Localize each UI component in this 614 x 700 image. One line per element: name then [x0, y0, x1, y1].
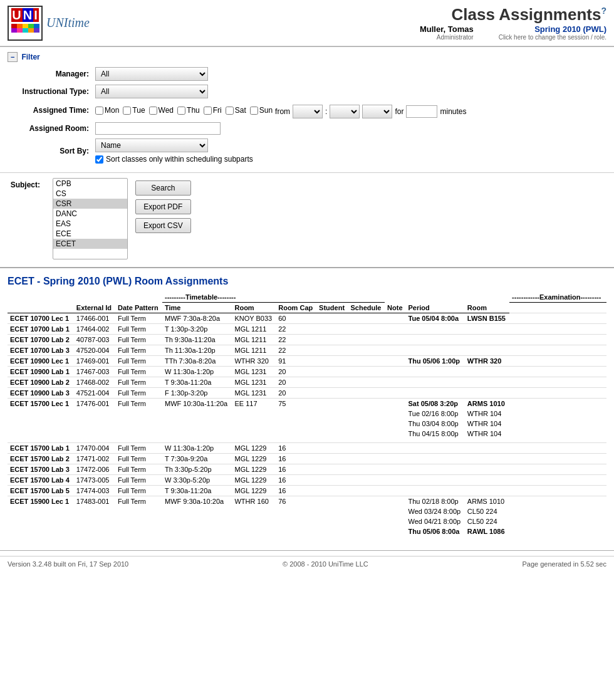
sort-by-select[interactable]: Name — [95, 138, 208, 152]
cell-note — [385, 313, 405, 324]
subject-danc[interactable]: DANC — [53, 209, 127, 219]
wed-checkbox[interactable] — [149, 107, 157, 115]
cell-schedule — [348, 453, 385, 464]
cell-cap: 20 — [276, 388, 316, 399]
session-label[interactable]: Spring 2010 (PWL) — [499, 24, 606, 34]
subject-cs[interactable]: CS — [53, 189, 127, 199]
subject-csr[interactable]: CSR — [53, 199, 127, 209]
col-schedule: Schedule — [348, 303, 385, 313]
cell-exam-room — [465, 377, 509, 388]
cell-ext-id: 17464-002 — [74, 324, 115, 335]
table-row: ECET 10900 Lab 1 17467-003 Full Term W 1… — [8, 367, 606, 377]
cell-schedule — [348, 474, 385, 485]
page-header: UNI UNItime Class Assignments? Muller, — [0, 0, 614, 46]
cell-schedule — [348, 464, 385, 474]
cell-period — [406, 335, 465, 345]
col-exam-room: Room — [465, 303, 509, 313]
subject-eas[interactable]: EAS — [53, 219, 127, 229]
cell-room: EE 117 — [232, 399, 276, 409]
tue-checkbox[interactable] — [123, 107, 131, 115]
empty-header — [8, 292, 162, 303]
cell-exam-room — [465, 388, 509, 399]
days-checkboxes: Mon Tue Wed Thu Fri Sat Sun — [95, 106, 273, 115]
cell-note — [385, 335, 405, 345]
logo-time-text: UNItime — [46, 16, 90, 30]
cell-period — [406, 377, 465, 388]
hour-select[interactable] — [293, 105, 323, 118]
cell-room: MGL 1231 — [232, 388, 276, 399]
filter-collapse-btn[interactable]: − — [8, 52, 18, 62]
cell-time: Th 9:30a-11:20a — [162, 335, 232, 345]
cell-note — [385, 377, 405, 388]
footer-generated: Page generated in 5.52 sec — [522, 560, 606, 568]
fri-checkbox[interactable] — [204, 107, 212, 115]
cell-class: ECET 10700 Lec 1 — [8, 313, 74, 324]
cell-period: Sat 05/08 3:20p — [406, 399, 465, 409]
minute-select[interactable] — [330, 105, 360, 118]
column-header-row: External Id Date Pattern Time Room Room … — [8, 303, 606, 313]
filter-toggle[interactable]: − Filter — [8, 52, 606, 62]
fri-label: Fri — [204, 106, 222, 115]
assigned-room-input[interactable] — [95, 122, 221, 135]
export-csv-button[interactable]: Export CSV — [135, 218, 191, 233]
export-pdf-button[interactable]: Export PDF — [135, 199, 191, 214]
sort-subparts-checkbox[interactable] — [95, 155, 103, 164]
cell-exam-room — [465, 367, 509, 377]
cell-note — [385, 356, 405, 367]
session-hint: Click here to change the session / role. — [499, 34, 606, 41]
table-row: ECET 10900 Lec 1 17469-001 Full Term TTh… — [8, 356, 606, 367]
cell-class: ECET 10900 Lab 3 — [8, 388, 74, 399]
instructional-type-row: Instructional Type: All — [8, 85, 606, 98]
search-area: Subject: CPB CS CSR DANC EAS ECE ECET Se… — [0, 173, 614, 264]
logo-i: I — [33, 8, 39, 22]
search-button[interactable]: Search — [135, 180, 191, 196]
manager-select[interactable]: All — [95, 67, 208, 81]
cell-student — [316, 464, 348, 474]
subject-ecet[interactable]: ECET — [53, 239, 127, 249]
cell-ext-id: 17470-004 — [74, 442, 115, 453]
sun-checkbox[interactable] — [250, 107, 258, 115]
cell-time: MWF 9:30a-10:20a — [162, 496, 232, 506]
cell-date: Full Term — [115, 453, 162, 464]
cell-student — [316, 313, 348, 324]
manager-label: Manager: — [8, 70, 95, 78]
results-tbody: ECET 10700 Lec 1 17466-001 Full Term MWF… — [8, 313, 606, 540]
col-note: Note — [385, 303, 405, 313]
sat-label: Sat — [226, 106, 246, 115]
logo-grid — [11, 24, 39, 33]
results-table: ---------Timetable-------- ------------E… — [8, 292, 606, 540]
thu-checkbox[interactable] — [177, 107, 185, 115]
col-ext-id: External Id — [74, 303, 115, 313]
subject-cpb[interactable]: CPB — [53, 179, 127, 189]
cell-student — [316, 335, 348, 345]
cell-note — [385, 453, 405, 464]
logo-tile-9 — [28, 28, 34, 33]
logo-area: UNI UNItime — [8, 6, 90, 41]
cell-date: Full Term — [115, 335, 162, 345]
subject-select[interactable]: CPB CS CSR DANC EAS ECE ECET — [53, 178, 128, 259]
cell-exam-room — [465, 442, 509, 453]
cell-cap: 20 — [276, 377, 316, 388]
cell-note — [385, 367, 405, 377]
cell-period: Thu 05/06 1:00p — [406, 356, 465, 367]
ampm-select[interactable] — [362, 105, 392, 118]
help-superscript[interactable]: ? — [601, 6, 606, 16]
results-title: ECET - Spring 2010 (PWL) Room Assignment… — [8, 276, 606, 287]
mon-checkbox[interactable] — [95, 107, 103, 115]
assigned-room-row: Assigned Room: — [8, 122, 606, 135]
cell-class: ECET 15700 Lab 1 — [8, 442, 74, 453]
col-room: Room — [232, 303, 276, 313]
cell-time: W 3:30p-5:20p — [162, 474, 232, 485]
minutes-input[interactable] — [406, 105, 437, 118]
sat-checkbox[interactable] — [226, 107, 234, 115]
cell-time: Th 3:30p-5:20p — [162, 464, 232, 474]
cell-schedule — [348, 388, 385, 399]
cell-time: F 1:30p-3:20p — [162, 388, 232, 399]
cell-ext-id: 17476-001 — [74, 399, 115, 409]
subject-ece[interactable]: ECE — [53, 229, 127, 239]
cell-ext-id: 17467-003 — [74, 367, 115, 377]
cell-room: MGL 1231 — [232, 377, 276, 388]
instructional-type-select[interactable]: All — [95, 85, 208, 98]
cell-student — [316, 453, 348, 464]
sort-by-row: Sort By: Name Sort classes only within s… — [8, 138, 606, 164]
